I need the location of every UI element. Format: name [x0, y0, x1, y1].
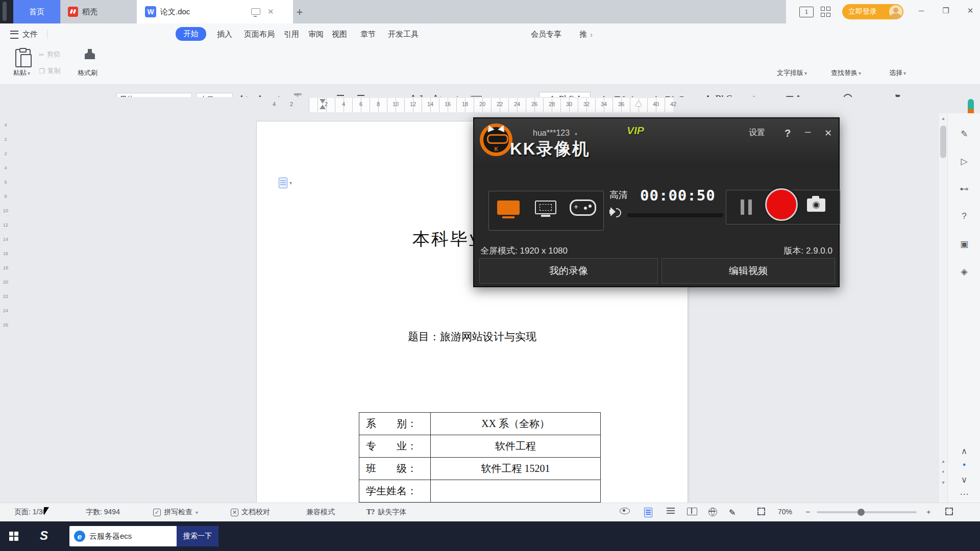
- scroll-up-icon[interactable]: ▴: [939, 115, 947, 121]
- word-count[interactable]: 字数: 9494: [86, 508, 120, 517]
- menu-tab-member[interactable]: 会员专享: [531, 28, 561, 40]
- page-down-icon[interactable]: ▾: [939, 480, 947, 485]
- game-mode-icon[interactable]: [570, 199, 596, 216]
- kk-speaker-icon[interactable]: [609, 207, 620, 216]
- menu-file[interactable]: 文件: [22, 28, 38, 40]
- fullscreen-icon[interactable]: [757, 508, 765, 515]
- browse-dot-icon[interactable]: ●: [948, 461, 980, 467]
- table-cell-label[interactable]: 班 级：: [359, 458, 431, 480]
- kk-minimize-button[interactable]: ─: [805, 128, 811, 137]
- close-tab-icon[interactable]: ✕: [267, 7, 274, 16]
- start-button[interactable]: [9, 532, 18, 541]
- login-button[interactable]: 立即登录: [842, 4, 903, 19]
- pen-tool-icon[interactable]: ✎: [948, 129, 980, 139]
- menu-tab-more[interactable]: 推 ›: [579, 28, 593, 40]
- menu-tab-view[interactable]: 视图: [332, 28, 347, 40]
- edit-video-button[interactable]: 编辑视频: [662, 258, 835, 284]
- tab-docer[interactable]: 稻壳: [60, 0, 145, 23]
- table-cell-value[interactable]: [431, 480, 601, 503]
- read-mode-icon[interactable]: [687, 508, 697, 515]
- prev-page-icon[interactable]: ∧: [948, 446, 980, 457]
- taskbar-search-button[interactable]: 搜索一下: [177, 526, 218, 546]
- help-icon[interactable]: ?: [948, 211, 980, 221]
- copy-button[interactable]: ❐复制: [39, 66, 61, 76]
- navigation-icon[interactable]: ◈: [948, 266, 980, 277]
- browse-object-icon[interactable]: ●: [939, 469, 947, 474]
- tab-document[interactable]: W 论文.doc ✕: [137, 0, 293, 23]
- select-tool-icon[interactable]: ▷: [948, 156, 980, 167]
- table-cell-value[interactable]: 软件工程: [431, 435, 601, 458]
- text-layout-button[interactable]: 文字排版▾: [777, 68, 807, 78]
- horizontal-ruler[interactable]: 42246810121416182022242628303234364042: [13, 97, 938, 113]
- menu-tab-page-layout[interactable]: 页面布局: [244, 28, 275, 40]
- kk-vip-badge[interactable]: VIP: [627, 124, 644, 137]
- format-painter-icon[interactable]: [85, 49, 95, 59]
- vertical-ruler[interactable]: 422468101214161820222426: [0, 113, 12, 503]
- page-up-icon[interactable]: ▴: [939, 458, 947, 464]
- workspace-icon[interactable]: 1: [799, 7, 814, 17]
- find-replace-button[interactable]: 查找替换▾: [831, 68, 861, 78]
- new-tab-button[interactable]: ＋: [292, 0, 307, 23]
- missing-fonts-button[interactable]: T? 缺失字体: [366, 508, 406, 517]
- compat-mode-label[interactable]: 兼容模式: [306, 508, 335, 517]
- region-mode-icon[interactable]: [535, 201, 556, 214]
- scrollbar-thumb[interactable]: [940, 126, 946, 158]
- paste-button[interactable]: 粘贴▾: [13, 68, 30, 78]
- apps-grid-icon[interactable]: [821, 7, 831, 17]
- menu-tab-review[interactable]: 审阅: [308, 28, 324, 40]
- page-view-icon[interactable]: [644, 508, 652, 517]
- sync-monitor-icon[interactable]: [251, 8, 260, 15]
- right-indent-marker[interactable]: [635, 101, 642, 106]
- outline-view-icon[interactable]: [667, 508, 675, 514]
- cut-button[interactable]: ✂剪切: [39, 50, 60, 59]
- window-restore-button[interactable]: ❐: [939, 6, 952, 15]
- web-view-icon[interactable]: [708, 508, 717, 516]
- menu-tab-dev-tools[interactable]: 开发工具: [388, 28, 419, 40]
- kk-help-button[interactable]: ?: [785, 128, 791, 139]
- taskbar-search-box[interactable]: e 云服务器ecs 搜索一下: [69, 526, 218, 546]
- zoom-in-button[interactable]: ＋: [925, 508, 932, 517]
- table-cell-label[interactable]: 专 业：: [359, 435, 431, 458]
- format-painter-button[interactable]: 格式刷: [78, 68, 97, 78]
- table-cell-value[interactable]: XX 系（全称）: [431, 413, 601, 435]
- proofread-toggle[interactable]: ✕ 文档校对: [231, 508, 270, 517]
- zoom-out-button[interactable]: −: [805, 508, 810, 517]
- screenshot-button[interactable]: [807, 198, 825, 212]
- vertical-scrollbar[interactable]: ▴ ▴ ● ▾: [939, 113, 947, 503]
- menu-tab-references[interactable]: 引用: [284, 28, 299, 40]
- panel-more-icon[interactable]: ⋯: [948, 489, 980, 499]
- fit-page-icon[interactable]: [945, 508, 953, 515]
- record-stop-button[interactable]: [765, 188, 798, 221]
- kk-volume-slider[interactable]: [627, 213, 723, 217]
- table-cell-value[interactable]: 软件工程 15201: [431, 458, 601, 480]
- kk-close-button[interactable]: ✕: [824, 128, 832, 139]
- menu-tab-insert[interactable]: 插入: [217, 28, 232, 40]
- kk-username[interactable]: hua***123▾: [533, 129, 577, 138]
- fullscreen-mode-icon[interactable]: [497, 201, 520, 215]
- ink-pen-icon[interactable]: ✎: [729, 508, 736, 517]
- thumbnail-panel-icon[interactable]: ▣: [948, 239, 980, 249]
- window-close-button[interactable]: ✕: [964, 6, 977, 15]
- select-button[interactable]: 选择▾: [889, 68, 906, 78]
- tab-home[interactable]: 首页: [13, 0, 60, 23]
- taskbar-app-s-icon[interactable]: S: [40, 529, 48, 543]
- paste-icon[interactable]: [15, 49, 31, 67]
- menu-tab-section[interactable]: 章节: [360, 28, 376, 40]
- window-minimize-button[interactable]: ─: [915, 6, 928, 15]
- menu-tab-home[interactable]: 开始: [176, 27, 206, 41]
- pause-button[interactable]: [741, 199, 752, 215]
- kk-settings-button[interactable]: 设置: [749, 128, 765, 138]
- page-context-widget[interactable]: ▾: [279, 178, 292, 188]
- page-indicator[interactable]: 页面: 1/30: [14, 508, 46, 517]
- spellcheck-toggle[interactable]: ✓ 拼写检查 ▾: [153, 508, 198, 517]
- tab-scroll-strip[interactable]: [0, 0, 13, 23]
- zoom-slider-thumb[interactable]: [857, 509, 865, 516]
- table-cell-label[interactable]: 系 别：: [359, 413, 431, 435]
- kk-quality-label[interactable]: 高清: [609, 189, 628, 201]
- my-recordings-button[interactable]: 我的录像: [479, 258, 658, 284]
- zoom-slider[interactable]: [817, 511, 917, 513]
- zoom-level[interactable]: 70%: [778, 508, 792, 516]
- indent-marker[interactable]: [320, 99, 326, 104]
- table-cell-label[interactable]: 学生姓名：: [359, 480, 431, 503]
- connector-tool-icon[interactable]: ⊷: [948, 184, 980, 194]
